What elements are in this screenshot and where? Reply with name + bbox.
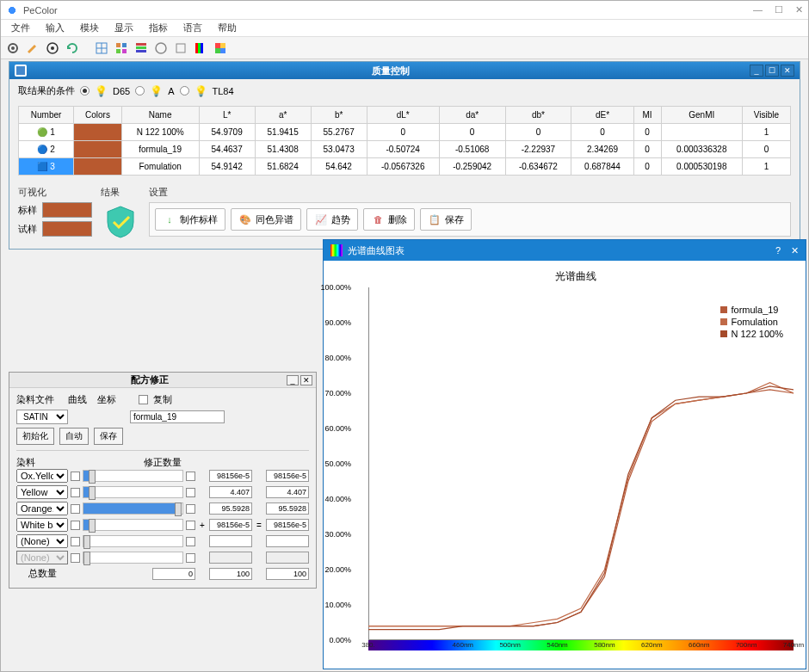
dye-checkbox[interactable] — [71, 537, 80, 546]
auto-button[interactable]: 自动 — [59, 428, 89, 445]
table-row[interactable]: 🟢 1N 122 100%54.970951.941555.2767000001 — [19, 124, 791, 141]
dye-value1[interactable] — [209, 552, 252, 564]
menu-help[interactable]: 帮助 — [211, 20, 244, 36]
init-button[interactable]: 初始化 — [16, 428, 54, 445]
illuminant-d65-radio[interactable] — [80, 86, 90, 96]
dye-checkbox[interactable] — [71, 553, 80, 563]
qc-maximize-button[interactable]: ☐ — [765, 65, 779, 77]
formula-name-input[interactable] — [130, 410, 225, 423]
trial-label: 试样 — [18, 223, 37, 236]
qc-minimize-button[interactable]: _ — [750, 65, 763, 77]
menu-language[interactable]: 语言 — [176, 20, 209, 36]
qc-col-header[interactable]: db* — [505, 107, 571, 124]
dye-checkbox2[interactable] — [186, 504, 195, 514]
dye-checkbox2[interactable] — [186, 488, 195, 497]
dye-checkbox2[interactable] — [186, 472, 195, 481]
qc-close-button[interactable]: ✕ — [781, 65, 794, 77]
dye-slider[interactable] — [83, 535, 183, 547]
menu-input[interactable]: 输入 — [39, 20, 71, 36]
qc-col-header[interactable]: da* — [439, 107, 505, 124]
dye-slider[interactable] — [83, 552, 183, 564]
trend-button[interactable]: 📈趋势 — [306, 208, 358, 231]
dye-select[interactable]: Orange. — [16, 502, 68, 515]
dye-value1[interactable] — [209, 502, 252, 515]
dye-value2[interactable] — [266, 552, 309, 564]
svg-rect-13 — [136, 50, 146, 52]
dye-checkbox2[interactable] — [186, 553, 195, 563]
dye-value2[interactable] — [266, 519, 309, 531]
qc-col-header[interactable]: dE* — [571, 107, 633, 124]
dye-slider[interactable] — [83, 502, 183, 515]
toolbar-settings3-icon[interactable] — [172, 40, 189, 57]
dye-checkbox[interactable] — [71, 504, 80, 514]
total-v2[interactable] — [209, 568, 252, 580]
total-v3[interactable] — [266, 568, 309, 580]
toolbar-edit-icon[interactable] — [24, 40, 41, 57]
illuminant-tl84-radio[interactable] — [180, 86, 189, 96]
dye-slider[interactable] — [83, 470, 183, 482]
dye-value2[interactable] — [266, 486, 309, 498]
dye-checkbox[interactable] — [71, 488, 80, 497]
qc-col-header[interactable]: dL* — [367, 107, 439, 124]
delete-button[interactable]: 🗑删除 — [363, 208, 415, 231]
save-button[interactable]: 📋保存 — [420, 208, 472, 231]
toolbar-settings2-icon[interactable] — [152, 40, 170, 57]
toolbar-spectrum-icon[interactable] — [192, 40, 209, 57]
close-button[interactable]: ✕ — [795, 4, 803, 15]
qc-col-header[interactable]: Number — [19, 107, 74, 124]
toolbar-refresh-icon[interactable] — [64, 40, 81, 57]
toolbar-grid2-icon[interactable] — [113, 40, 130, 57]
recipe-minimize-button[interactable]: _ — [287, 375, 299, 385]
qc-col-header[interactable]: Name — [121, 107, 199, 124]
menu-file[interactable]: 文件 — [4, 20, 37, 36]
dye-value2[interactable] — [266, 502, 309, 515]
dye-value2[interactable] — [266, 470, 309, 482]
dye-value2[interactable] — [266, 535, 309, 547]
qc-col-header[interactable]: b* — [311, 107, 367, 124]
qc-col-header[interactable]: Colors — [74, 107, 121, 124]
total-v1[interactable] — [152, 568, 195, 580]
metamerism-button[interactable]: 🎨同色异谱 — [231, 208, 301, 231]
minimize-button[interactable]: — — [753, 4, 763, 15]
dye-select[interactable]: (None) — [16, 551, 68, 564]
dye-select[interactable]: Yellow — [16, 485, 68, 499]
dye-select[interactable]: White ba — [16, 518, 68, 532]
dye-select[interactable]: Ox.Yello — [16, 469, 68, 483]
chart-help-button[interactable]: ? — [775, 245, 781, 256]
menu-module[interactable]: 模块 — [73, 20, 106, 36]
maximize-button[interactable]: ☐ — [775, 4, 783, 15]
menu-index[interactable]: 指标 — [142, 20, 175, 36]
toolbar-grid3-icon[interactable] — [133, 40, 150, 57]
dye-checkbox[interactable] — [71, 521, 80, 530]
toolbar-palette-icon[interactable] — [212, 40, 229, 57]
dye-select[interactable]: (None) — [16, 534, 68, 548]
qc-col-header[interactable]: L* — [199, 107, 255, 124]
dye-value1[interactable] — [209, 519, 252, 531]
illuminant-a-radio[interactable] — [135, 86, 145, 96]
dye-checkbox[interactable] — [71, 472, 80, 481]
dye-row: Yellow — [16, 485, 309, 499]
dye-value1[interactable] — [209, 470, 252, 482]
table-row[interactable]: 🔵 2formula_1954.463751.430853.0473-0.507… — [19, 141, 791, 158]
toolbar-gear-icon[interactable] — [4, 40, 22, 57]
qc-col-header[interactable]: GenMI — [661, 107, 742, 124]
toolbar-target-icon[interactable] — [44, 40, 61, 57]
dye-value1[interactable] — [209, 486, 252, 498]
dye-slider[interactable] — [83, 519, 183, 531]
qc-col-header[interactable]: MI — [633, 107, 661, 124]
recipe-save-button[interactable]: 保存 — [94, 428, 123, 445]
dye-checkbox2[interactable] — [186, 521, 195, 530]
qc-col-header[interactable]: a* — [255, 107, 311, 124]
dye-checkbox2[interactable] — [186, 537, 195, 546]
table-row[interactable]: 🟦 3Fomulation54.914251.682454.642-0.0567… — [19, 158, 791, 176]
dye-value1[interactable] — [209, 535, 252, 547]
chart-close-button[interactable]: ✕ — [791, 245, 799, 256]
copy-checkbox[interactable] — [139, 395, 148, 404]
menu-display[interactable]: 显示 — [108, 20, 140, 36]
toolbar-grid1-icon[interactable] — [93, 40, 110, 57]
make-std-button[interactable]: ↓制作标样 — [155, 208, 225, 231]
qc-col-header[interactable]: Visible — [742, 107, 790, 124]
dye-slider[interactable] — [83, 486, 183, 498]
recipe-close-button[interactable]: ✕ — [300, 375, 312, 385]
dye-file-select[interactable]: SATIN — [16, 410, 68, 424]
